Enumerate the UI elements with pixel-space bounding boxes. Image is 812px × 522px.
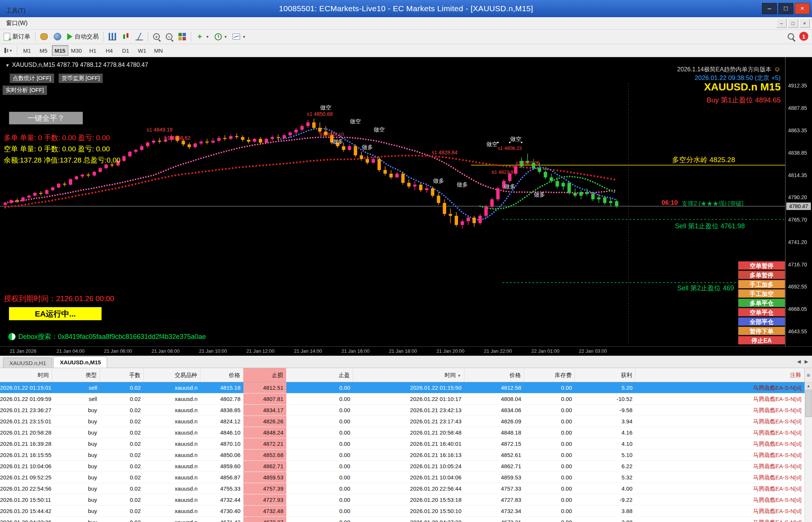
auto-trading-button[interactable]: 自动交易 xyxy=(64,31,102,43)
ea-button-全部平仓[interactable]: 全部平仓 xyxy=(738,317,785,326)
chevron-down-icon: ▾ xyxy=(243,34,245,39)
column-header-close-time[interactable]: 时间▼ xyxy=(353,368,464,382)
column-header-comment[interactable]: 注释 xyxy=(635,368,805,382)
zoom-in-button[interactable]: + xyxy=(150,31,163,43)
table-row[interactable]: 2026.01.20 04:23:26buy0.02xauusd.n4671.4… xyxy=(0,517,805,522)
chart-area[interactable]: s1 4849.19b1 4858.62做空s1 4850.68做空做空b1 4… xyxy=(0,57,812,356)
mql-market-button[interactable] xyxy=(37,31,51,43)
table-row[interactable]: 2026.01.21 23:15:01buy0.02xauusd.n4824.1… xyxy=(0,416,805,427)
table-row[interactable]: 2026.01.20 22:54:56buy0.02xauusd.n4755.3… xyxy=(0,483,805,494)
cell-symbol: xauusd.n xyxy=(144,393,200,404)
timeframe-m15[interactable]: M15 xyxy=(52,45,68,56)
license-expiry-text: 授权到期时间：2126.01.26 00:00 xyxy=(4,294,114,304)
column-header-type[interactable]: 类型 xyxy=(52,368,100,382)
ea-button-停止EA[interactable]: 停止EA xyxy=(738,336,785,345)
cell-open-price: 4824.12 xyxy=(200,416,243,427)
tab-scroll-right-icon[interactable]: ▶ xyxy=(805,359,808,364)
timeframe-h4[interactable]: H4 xyxy=(101,45,118,56)
currency-monitor-toggle[interactable]: 货币监测 [OFF] xyxy=(59,74,103,83)
support2-label: 支撑2 (★★★强) [突破] xyxy=(682,200,743,208)
cell-close-price: 4826.09 xyxy=(464,416,524,427)
column-header-swap[interactable]: 库存费 xyxy=(524,368,575,382)
cell-stop-loss: 4807.81 xyxy=(243,393,286,404)
menu-item[interactable]: 窗口(W) xyxy=(0,17,34,30)
table-scrollbar[interactable]: ≡ ▲ xyxy=(805,368,812,522)
table-row[interactable]: 2026.01.20 15:44:42buy0.02xauusd.n4730.4… xyxy=(0,506,805,517)
window-maximize-button[interactable]: □ xyxy=(778,3,793,14)
column-header-lots[interactable]: 手数 xyxy=(100,368,144,382)
table-row[interactable]: 2026.01.21 20:58:28buy0.02xauusd.n4846.1… xyxy=(0,427,805,438)
cell-take-profit: 0.00 xyxy=(286,494,353,505)
cell-stop-loss: 4834.17 xyxy=(243,405,286,416)
column-header-open-time[interactable]: 时间 xyxy=(0,368,52,382)
line-chart-button[interactable] xyxy=(133,31,146,43)
cell-stop-loss: 4673.37 xyxy=(243,517,286,522)
column-menu-icon[interactable]: ≡ xyxy=(805,368,812,382)
table-row[interactable]: 2026.01.21 16:39:28buy0.02xauusd.n4870.1… xyxy=(0,438,805,450)
ea-button-手工加空[interactable]: 手工加空 xyxy=(738,289,785,298)
table-row[interactable]: 2026.01.20 15:50:11buy0.02xauusd.n4732.4… xyxy=(0,494,805,506)
chart-tab-XAUUSD.n,M15[interactable]: XAUUSD.n,M15 xyxy=(53,356,107,368)
cell-profit: 5.10 xyxy=(575,450,635,460)
templates-button[interactable]: ▾ xyxy=(230,31,248,43)
window-minimize-button[interactable]: – xyxy=(762,3,777,14)
cell-stop-loss: 4848.24 xyxy=(243,427,286,438)
chart-tab-XAUUSD.n,H1[interactable]: XAUUSD.n,H1 xyxy=(3,358,52,368)
timeframe-m30[interactable]: M30 xyxy=(68,45,85,56)
table-row[interactable]: 2026.01.21 23:36:27buy0.02xauusd.n4838.8… xyxy=(0,405,805,416)
timeframe-m5[interactable]: M5 xyxy=(35,45,52,56)
table-row[interactable]: 2026.01.21 16:15:55buy0.02xauusd.n4850.0… xyxy=(0,450,805,461)
column-header-close-price[interactable]: 价格 xyxy=(464,368,524,382)
cell-close-time: 2026.01.21 23:17:43 xyxy=(353,416,464,427)
timeframe-w1[interactable]: W1 xyxy=(134,45,150,56)
column-header-take-profit[interactable]: 止盈 xyxy=(286,368,353,382)
search-icon[interactable] xyxy=(788,33,794,40)
timeframe-h1[interactable]: H1 xyxy=(85,45,101,56)
cursor-tool-button[interactable]: ▾ xyxy=(1,48,15,53)
column-header-open-price[interactable]: 价格 xyxy=(200,368,243,382)
tile-windows-button[interactable] xyxy=(175,31,189,43)
ea-button-暂停下单[interactable]: 暂停下单 xyxy=(738,327,785,335)
realtime-analysis-toggle[interactable]: 实时分析 [OFF] xyxy=(3,86,47,95)
mdi-minimize-button[interactable]: – xyxy=(776,19,787,28)
svg-text:做空: 做空 xyxy=(350,118,361,124)
periods-button[interactable]: ▾ xyxy=(212,31,230,43)
toolbar-separator xyxy=(103,32,104,41)
column-header-profit[interactable]: 获利 xyxy=(575,368,635,382)
ea-button-多单暂停[interactable]: 多单暂停 xyxy=(738,271,785,279)
table-row[interactable]: 2026.01.21 10:04:06buy0.02xauusd.n4859.6… xyxy=(0,461,805,472)
column-header-stop-loss[interactable]: 止损 xyxy=(243,368,286,382)
candlestick-chart-button[interactable] xyxy=(119,31,133,43)
cell-swap: 0.00 xyxy=(524,438,575,449)
scrollbar-thumb[interactable] xyxy=(805,390,812,417)
svg-text:做多: 做多 xyxy=(504,183,516,189)
ea-button-手工加多[interactable]: 手工加多 xyxy=(738,280,785,288)
mdi-restore-button[interactable]: □ xyxy=(788,19,798,28)
notification-badge[interactable]: 1 xyxy=(799,32,808,41)
table-row[interactable]: 2026.01.21 09:52:25buy0.02xauusd.n4856.8… xyxy=(0,472,805,483)
scroll-up-icon[interactable]: ▲ xyxy=(805,382,812,390)
timeframe-bar: ▾ M1M5M15M30H1H4D1W1MN xyxy=(0,44,812,57)
column-header-symbol[interactable]: 交易品种 xyxy=(144,368,200,382)
chevron-down-icon: ▾ xyxy=(206,34,209,39)
tab-scroll-left-icon[interactable]: ◀ xyxy=(797,359,801,364)
cell-open-price: 4850.06 xyxy=(200,450,243,460)
table-row[interactable]: 2026.01.22 01:15:01sell0.02xauusd.n4815.… xyxy=(0,382,805,393)
timeframe-m1[interactable]: M1 xyxy=(19,45,35,56)
ea-button-多单平仓[interactable]: 多单平仓 xyxy=(738,299,785,307)
ea-button-空单平仓[interactable]: 空单平仓 xyxy=(738,308,785,316)
close-all-button[interactable]: 一键全平？ xyxy=(9,112,83,124)
mdi-close-button[interactable]: × xyxy=(799,19,810,28)
timeframe-mn[interactable]: MN xyxy=(150,45,167,56)
table-row[interactable]: 2026.01.22 01:09:59sell0.02xauusd.n4802.… xyxy=(0,393,805,405)
bar-chart-button[interactable] xyxy=(106,31,119,43)
points-stats-toggle[interactable]: 点数统计 [OFF] xyxy=(10,74,54,83)
indicators-button[interactable]: +▾ xyxy=(193,31,212,43)
menu-item[interactable]: 工具(T) xyxy=(0,5,34,17)
ea-button-空单暂停[interactable]: 空单暂停 xyxy=(738,261,785,270)
new-order-button[interactable]: 新订单 xyxy=(1,31,33,43)
zoom-out-button[interactable]: − xyxy=(163,31,175,43)
timeframe-d1[interactable]: D1 xyxy=(118,45,134,56)
data-window-button[interactable] xyxy=(51,31,64,43)
window-close-button[interactable]: × xyxy=(795,3,810,14)
